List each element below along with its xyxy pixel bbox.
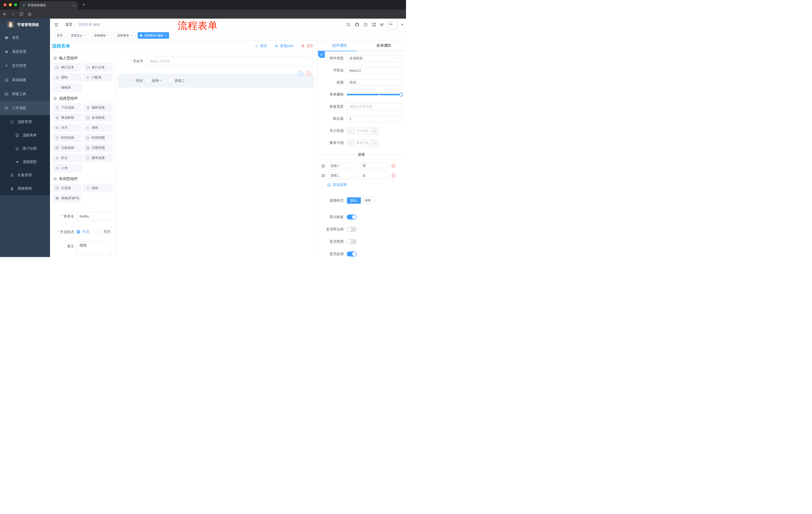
component-select[interactable]: 下拉选择 <box>53 103 82 112</box>
window-close-button[interactable] <box>3 3 6 6</box>
component-radio-group[interactable]: 单选框组 <box>53 113 82 122</box>
grid-slider[interactable] <box>347 91 403 98</box>
border-toggle[interactable] <box>347 227 357 232</box>
canvas-field-phone[interactable]: *手机号 请输入手机号 <box>115 57 317 66</box>
drag-handle-icon[interactable] <box>321 164 326 168</box>
tag-close-icon[interactable]: × <box>131 34 133 37</box>
option-label-input[interactable]: 选项一 <box>328 162 358 169</box>
component-editor[interactable]: 编辑器 <box>53 83 82 92</box>
sidebar-item-payment[interactable]: ¥ 支付管理 <box>0 59 50 73</box>
gender-option-2-checkbox[interactable]: 选项二 <box>169 78 185 83</box>
search-icon[interactable] <box>346 22 351 27</box>
breadcrumb-home[interactable]: 首页 <box>65 22 72 27</box>
hamburger-icon[interactable] <box>54 22 59 27</box>
tag-process-definition[interactable]: 流程定义× <box>68 32 88 39</box>
tag-process-form[interactable]: 流程表单× <box>115 32 135 39</box>
gender-option-1-checkbox[interactable]: 选项一 <box>146 78 162 83</box>
window-maximize-button[interactable] <box>14 3 17 6</box>
tag-close-icon[interactable]: × <box>84 34 86 37</box>
component-single-line-text[interactable]: 单行文本 <box>53 63 82 72</box>
component-cascader[interactable]: 级联选择 <box>83 103 112 112</box>
plus-icon[interactable]: + <box>371 128 378 134</box>
min-select-stepper[interactable]: − 至少应选 + <box>347 127 378 134</box>
github-icon[interactable] <box>355 22 359 27</box>
remark-textarea[interactable]: 嘿嘿 <box>77 242 111 255</box>
add-option-button[interactable]: 添加选项 <box>327 183 403 187</box>
sidebar-item-devtools[interactable]: 研发工具 <box>0 87 50 101</box>
stepper-value[interactable]: 最多可选 <box>354 140 371 146</box>
sidebar-item-infrastructure[interactable]: 基础设施 <box>0 73 50 87</box>
component-date-range[interactable]: 日期范围 <box>83 143 112 152</box>
sidebar-item-system[interactable]: 系统管理 <box>0 45 50 59</box>
remove-option-icon[interactable] <box>391 173 396 178</box>
slider-handle[interactable] <box>399 92 403 97</box>
component-type-select[interactable]: 多选框组 <box>347 55 403 62</box>
component-counter[interactable]: 123计数器 <box>83 73 112 82</box>
disabled-toggle[interactable] <box>347 239 357 244</box>
help-icon[interactable]: ? <box>363 22 368 27</box>
component-time-range[interactable]: 时间范围 <box>83 134 112 142</box>
reload-icon[interactable] <box>19 12 24 16</box>
fullscreen-icon[interactable] <box>372 22 376 27</box>
component-row-container[interactable]: 行容器 <box>53 184 82 192</box>
forward-icon[interactable] <box>11 12 15 16</box>
default-value-input[interactable]: 1 <box>347 115 403 122</box>
sidebar-logo[interactable]: 芋道管理系统 <box>0 19 50 31</box>
component-rate[interactable]: 评分 <box>53 154 82 162</box>
tag-close-icon[interactable]: × <box>108 34 109 37</box>
new-tab-button[interactable]: + <box>81 2 86 7</box>
option-value-input[interactable]: 男 <box>360 162 388 169</box>
status-radio-off[interactable]: 关闭 <box>98 229 110 234</box>
copy-field-button[interactable] <box>298 71 303 77</box>
required-toggle[interactable] <box>347 251 357 256</box>
plus-icon[interactable]: + <box>371 140 378 146</box>
tab-close-icon[interactable]: × <box>73 3 75 7</box>
show-label-toggle[interactable] <box>347 215 357 219</box>
tab-form-props[interactable]: 表单属性 <box>362 40 406 51</box>
tag-process-form-edit[interactable]: 流程表单-编辑× <box>138 32 169 39</box>
component-color-picker[interactable]: 颜色选择 <box>83 154 112 162</box>
sidebar-item-process-form[interactable]: 流程表单 <box>0 129 50 142</box>
clear-button[interactable]: 清空 <box>301 44 313 48</box>
status-radio-on[interactable]: 开启 <box>77 229 89 234</box>
font-size-icon[interactable]: tT <box>380 23 383 27</box>
component-upload[interactable]: 上传 <box>53 164 82 172</box>
remove-option-icon[interactable] <box>391 164 396 168</box>
form-canvas[interactable]: *手机号 请输入手机号 *性别 选项一 选项二 <box>115 52 317 257</box>
option-value-input[interactable]: 女 <box>360 172 388 179</box>
chevron-down-icon[interactable]: ▾ <box>402 23 403 26</box>
window-minimize-button[interactable] <box>9 3 12 6</box>
tab-component-props[interactable]: 组件属性 <box>318 40 362 51</box>
link-handle[interactable] <box>318 51 325 58</box>
minus-icon[interactable]: − <box>347 128 354 134</box>
field-name-input[interactable]: field122 <box>347 67 403 74</box>
phone-input[interactable]: 请输入手机号 <box>146 57 312 66</box>
home-icon[interactable] <box>27 12 32 16</box>
sidebar-item-workflow[interactable]: 工作流程 <box>0 101 50 115</box>
minus-icon[interactable]: − <box>347 140 354 146</box>
style-default-button[interactable]: 默认 <box>347 197 361 204</box>
component-time-picker[interactable]: 时间选择 <box>53 134 82 142</box>
option-label-input[interactable]: 选项二 <box>328 172 358 179</box>
drag-handle-icon[interactable] <box>321 173 326 178</box>
avatar[interactable] <box>387 20 398 30</box>
sidebar-item-home[interactable]: 首页 <box>0 31 50 45</box>
component-multi-line-text[interactable]: 多行文本 <box>83 63 112 72</box>
tag-home[interactable]: 首页 <box>54 32 65 39</box>
view-json-button[interactable]: 查看json <box>274 44 293 48</box>
save-button[interactable]: 保存 <box>255 44 267 48</box>
tag-process-model[interactable]: 流程模型× <box>91 32 112 39</box>
style-button-button[interactable]: 按钮 <box>361 197 375 204</box>
tag-close-icon[interactable]: × <box>165 34 166 37</box>
sidebar-item-process-management[interactable]: 流程管理 <box>0 115 50 129</box>
component-switch[interactable]: 开关 <box>53 124 82 132</box>
label-width-input[interactable]: 请输入标签宽度 <box>347 103 403 110</box>
stepper-value[interactable]: 至少应选 <box>354 128 371 134</box>
browser-tab[interactable]: 芋道管理系统 × <box>19 1 78 9</box>
title-input[interactable]: 性别 <box>347 79 403 86</box>
component-button[interactable]: 按钮 <box>83 184 112 192</box>
back-icon[interactable] <box>2 12 7 16</box>
component-checkbox-group[interactable]: 多选框组 <box>83 113 112 122</box>
component-table[interactable]: 表格[开发中] <box>53 194 82 202</box>
sidebar-item-process-model[interactable]: 流程模型 <box>0 155 50 168</box>
